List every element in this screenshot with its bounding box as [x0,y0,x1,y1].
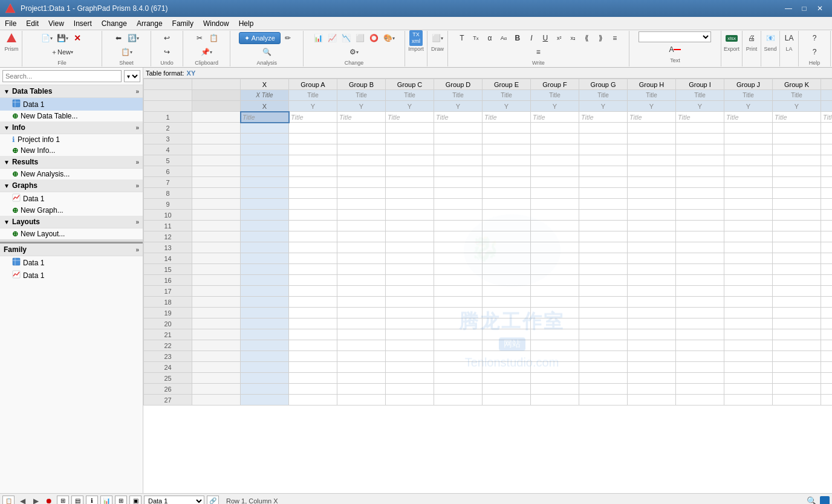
y-data-cell[interactable] [628,221,676,231]
y-data-cell[interactable] [337,329,386,340]
y-data-cell[interactable] [724,373,773,384]
y-data-cell[interactable] [531,351,579,362]
y-data-cell[interactable] [337,297,386,308]
y-data-cell[interactable]: Title [628,112,676,123]
y-data-cell[interactable] [628,362,676,373]
y-data-cell[interactable] [483,318,531,329]
y-data-cell[interactable] [676,275,724,286]
x-data-cell[interactable] [241,264,289,275]
y-data-cell[interactable] [531,210,579,221]
y-data-cell[interactable] [676,231,724,242]
y-data-cell[interactable] [337,318,386,329]
y-data-cell[interactable] [724,199,773,210]
y-data-cell[interactable] [579,297,628,308]
y-data-cell[interactable] [386,275,434,286]
draw-button[interactable]: ⬜▾ [430,31,445,45]
y-data-cell[interactable] [773,166,821,177]
row-check-cell[interactable] [192,286,241,297]
x-data-cell[interactable] [241,210,289,221]
y-data-cell[interactable] [773,177,821,188]
row-check-cell[interactable] [192,210,241,221]
y-data-cell[interactable] [628,351,676,362]
y-data-cell[interactable] [289,286,337,297]
y-data-cell[interactable] [821,231,833,242]
spacing2-button[interactable]: ⟫ [594,31,608,45]
y-data-cell[interactable] [676,329,724,340]
col-groupe-header[interactable]: Group E [483,79,531,90]
y-data-cell[interactable] [483,242,531,253]
nav-record-button[interactable]: ⏺ [44,496,54,505]
y-data-cell[interactable] [531,308,579,318]
analyze-button[interactable]: ✦ Analyze [239,32,281,44]
y-data-cell[interactable] [434,340,483,351]
y-data-cell[interactable] [628,264,676,275]
groupj-title[interactable]: Title [724,90,773,101]
y-data-cell[interactable] [724,395,773,405]
y-data-cell[interactable] [773,275,821,286]
color-scheme-button[interactable]: 🎨▾ [382,31,397,45]
y-data-cell[interactable] [724,275,773,286]
y-data-cell[interactable] [434,384,483,395]
send-button[interactable]: 📧 [764,31,777,45]
y-data-cell[interactable] [628,373,676,384]
back-button[interactable]: ⬅ [112,31,125,45]
menu-view[interactable]: View [44,18,69,29]
y-data-cell[interactable] [579,275,628,286]
sidebar-section-info[interactable]: ▼ Info » [0,121,143,134]
y-data-cell[interactable] [579,351,628,362]
row-check-cell[interactable] [192,329,241,340]
x-data-cell[interactable] [241,177,289,188]
y-data-cell[interactable] [531,134,579,144]
y-data-cell[interactable] [386,308,434,318]
x-data-cell[interactable] [241,297,289,308]
y-data-cell[interactable] [434,308,483,318]
font-color-button[interactable]: A [667,43,683,56]
nav-prev-button[interactable]: ◀ [17,496,28,505]
search-input[interactable] [2,70,122,82]
y-data-cell[interactable] [434,297,483,308]
y-data-cell[interactable] [724,123,773,134]
y-data-cell[interactable] [483,253,531,264]
y-data-cell[interactable] [434,144,483,155]
y-data-cell[interactable] [724,351,773,362]
y-data-cell[interactable] [579,155,628,166]
y-data-cell[interactable] [289,275,337,286]
sidebar-item-new-info[interactable]: ⊕ New Info... [0,145,143,156]
y-data-cell[interactable] [386,395,434,405]
sidebar-item-data1[interactable]: Data 1 [0,98,143,111]
row-check-cell[interactable] [192,134,241,144]
y-data-cell[interactable] [434,275,483,286]
y-data-cell[interactable] [821,155,833,166]
y-data-cell[interactable] [821,329,833,340]
y-data-cell[interactable] [337,166,386,177]
y-data-cell[interactable] [531,155,579,166]
row-check-cell[interactable] [192,384,241,395]
superscript-button[interactable]: x² [553,31,566,45]
y-data-cell[interactable] [386,221,434,231]
y-data-cell[interactable] [724,308,773,318]
la-button[interactable]: LA [782,31,796,45]
x-data-cell[interactable]: Title [241,112,289,123]
groupe-title[interactable]: Title [483,90,531,101]
y-data-cell[interactable] [676,123,724,134]
y-data-cell[interactable] [773,210,821,221]
y-data-cell[interactable] [531,177,579,188]
y-data-cell[interactable]: Title [676,112,724,123]
x-data-cell[interactable] [241,253,289,264]
col-groupi-header[interactable]: Group I [676,79,724,90]
row-check-cell[interactable] [192,340,241,351]
y-data-cell[interactable] [579,395,628,405]
y-data-cell[interactable] [773,144,821,155]
chart-type-5[interactable]: ⭕ [368,31,381,45]
y-data-cell[interactable] [531,373,579,384]
y-data-cell[interactable] [434,134,483,144]
menu-insert[interactable]: Insert [69,18,97,29]
y-data-cell[interactable] [483,188,531,199]
y-data-cell[interactable] [289,123,337,134]
col-groupf-header[interactable]: Group F [531,79,579,90]
row-check-cell[interactable] [192,231,241,242]
y-data-cell[interactable] [773,329,821,340]
y-data-cell[interactable] [724,286,773,297]
y-data-cell[interactable] [289,210,337,221]
menu-help[interactable]: Help [234,18,259,29]
